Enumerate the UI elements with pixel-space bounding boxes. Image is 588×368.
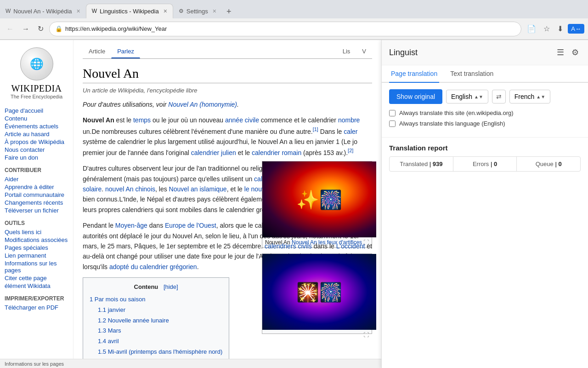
sidebar-link-apropos[interactable]: À propos de Wikipédia	[5, 138, 68, 146]
sidebar-link-informations[interactable]: Informations sur les pages	[5, 259, 68, 274]
link-temps[interactable]: temps	[133, 116, 151, 124]
link-adopte[interactable]: adopté du calendrier grégorien	[109, 263, 197, 270]
link-cal-civils[interactable]: calendriers civils	[265, 242, 312, 250]
tab-close-2[interactable]: ×	[164, 7, 167, 15]
wiki-title: WIKIPEDIA	[11, 83, 62, 94]
sidebar-link-citer[interactable]: Citer cette page	[5, 274, 68, 282]
sidebar-link-lien-permanent[interactable]: Lien permanent	[5, 252, 68, 259]
sidebar-link-evenements[interactable]: Événements actuels	[5, 122, 68, 130]
sidebar-link-televerser[interactable]: Téléverser un fichier	[5, 207, 68, 214]
toc-link-1-4[interactable]: 1.4 avril	[98, 338, 119, 345]
sidebar-link-modifications[interactable]: Modifications associées	[5, 236, 68, 244]
checkbox-row-1: Always translate this site (en.wikipedia…	[389, 109, 581, 116]
linguist-doc-icon[interactable]: ☰	[555, 46, 566, 59]
wiki-globe-icon: 🌐	[20, 47, 53, 80]
tools-section-title: Outils	[5, 220, 68, 226]
toc-item-1-1[interactable]: 1.1 janvier	[98, 305, 222, 315]
link-cal-romain[interactable]: calendrier romain	[252, 149, 301, 156]
address-bar[interactable]: 🔒 https://en.wikipedia.org/wiki/New_Year	[49, 22, 521, 36]
sidebar-link-quels-liens[interactable]: Quels liens ici	[5, 228, 68, 236]
fireworks-visual-1	[262, 161, 376, 237]
sidebar-link-pdf[interactable]: Télécharger en PDF	[5, 304, 68, 311]
stat-errors: Errors | 0	[453, 157, 517, 171]
nav-icons: 📄 ☆ ⬇ A↔	[524, 23, 584, 35]
wiki-article-tabs: Article Parlez Lis V	[83, 40, 372, 59]
wiki-logo: 🌐 WIKIPEDIA The Free Encyclopedia	[5, 47, 68, 99]
link-an-chinois[interactable]: nouvel An chinois	[105, 185, 155, 193]
linguist-tab-page[interactable]: Page translation	[389, 65, 439, 83]
source-lang-select[interactable]: English ▲▼	[446, 90, 488, 104]
toc-item-1-3[interactable]: 1.3 Mars	[98, 326, 222, 336]
sidebar-link-pages-speciales[interactable]: Pages spéciales	[5, 244, 68, 252]
target-lang-text: French	[514, 93, 535, 100]
link-caler[interactable]: caler	[344, 127, 357, 135]
tab-v[interactable]: V	[356, 45, 372, 58]
tab-close-1[interactable]: ×	[77, 7, 80, 15]
sidebar-link-contenu[interactable]: Contenu	[5, 115, 68, 122]
tab-close-3[interactable]: ×	[213, 7, 216, 15]
show-original-button[interactable]: Show original	[389, 89, 442, 104]
italic-note-link[interactable]: Nouvel An (homonymie)	[168, 101, 237, 108]
tab-lis[interactable]: Lis	[337, 45, 356, 58]
tab-favicon-2: W	[92, 8, 97, 14]
toc-hide-btn[interactable]: [hide]	[164, 283, 178, 290]
back-button[interactable]: ←	[4, 23, 17, 35]
link-an-islamique[interactable]: Nouvel an islamique	[169, 185, 227, 193]
link-occident[interactable]: L'occident	[336, 242, 365, 250]
toc-link-1-3[interactable]: 1.3 Mars	[98, 327, 121, 334]
sidebar-link-don[interactable]: Faire un don	[5, 154, 68, 161]
toc-item-1-4[interactable]: 1.4 avril	[98, 337, 222, 346]
toc-item-1[interactable]: 1 Par mois ou saison	[90, 295, 222, 305]
tab-linguistics[interactable]: W Linguistics - Wikipedia ×	[86, 4, 173, 18]
tab-nouvel-an[interactable]: W Nouvel An - Wikipédia ×	[0, 4, 86, 18]
tab-article[interactable]: Article	[83, 45, 111, 58]
link-europe-ouest[interactable]: Europe de l'Ouest	[165, 222, 216, 229]
sidebar-link-changements[interactable]: Changements récents	[5, 199, 68, 207]
link-cal-julien[interactable]: calendrier julien	[191, 149, 236, 156]
linguist-tab-text[interactable]: Text translation	[448, 65, 495, 83]
link-nombre[interactable]: nombre	[338, 116, 360, 124]
new-tab-button[interactable]: +	[222, 5, 236, 18]
article-italic-note: Pour d'autres utilisations, voir Nouvel …	[83, 99, 372, 109]
toc-link-1[interactable]: 1 Par mois ou saison	[90, 296, 145, 303]
always-translate-site-checkbox[interactable]	[389, 110, 396, 116]
source-lang-arrow: ▲▼	[474, 94, 483, 99]
status-text: Informations sur les pages	[5, 361, 64, 367]
tab-settings[interactable]: ⚙ Settings ×	[173, 4, 222, 18]
sidebar-link-accueil[interactable]: Page d'accueil	[5, 107, 68, 115]
toc-link-1-2[interactable]: 1.2 Nouvelle année lunaire	[98, 317, 169, 324]
toc-item-1-2[interactable]: 1.2 Nouvelle année lunaire	[98, 316, 222, 326]
linguist-settings-icon[interactable]: ⚙	[570, 46, 581, 59]
toc-link-1-1[interactable]: 1.1 janvier	[98, 306, 125, 313]
tab-favicon-3: ⚙	[179, 8, 184, 14]
sidebar-link-hasard[interactable]: Article au hasard	[5, 130, 68, 138]
sidebar-link-apprendre[interactable]: Apprendre à éditer	[5, 183, 68, 191]
target-lang-select[interactable]: French ▲▼	[509, 90, 550, 104]
sidebar-link-portail[interactable]: Portail communautaire	[5, 191, 68, 199]
sidebar-link-contacter[interactable]: Nous contacter	[5, 146, 68, 154]
reader-mode-icon[interactable]: 📄	[524, 23, 539, 35]
fireworks-visual-2	[262, 254, 376, 330]
sidebar-link-aider[interactable]: Aider	[5, 175, 68, 183]
translate-icon[interactable]: A↔	[568, 24, 584, 34]
expand-icon-2[interactable]: ⛶	[363, 332, 369, 338]
bookmark-icon[interactable]: ☆	[541, 23, 553, 35]
always-translate-lang-checkbox[interactable]	[389, 121, 396, 127]
toc-item-1-5[interactable]: 1.5 Mi-avril (printemps dans l'hémisphèr…	[98, 347, 222, 357]
tab-parlez[interactable]: Parlez	[111, 45, 140, 58]
swap-languages-button[interactable]: ⇄	[492, 90, 506, 104]
target-lang-arrow: ▲▼	[536, 94, 545, 99]
link-annee-civile[interactable]: année civile	[225, 116, 259, 124]
refresh-button[interactable]: ↻	[35, 23, 46, 35]
stat-errors-label: Errors	[473, 161, 489, 167]
globe-decoration: 🌐	[30, 58, 44, 70]
forward-button[interactable]: →	[19, 23, 32, 35]
download-icon[interactable]: ⬇	[554, 23, 566, 35]
wiki-subtitle: The Free Encyclopedia	[11, 94, 62, 99]
toc-link-1-5[interactable]: 1.5 Mi-avril (printemps dans l'hémisphèr…	[98, 348, 222, 355]
stat-queue-label: Queue	[536, 161, 554, 167]
link-moyen-age[interactable]: Moyen-âge	[115, 222, 147, 229]
tab-label-2: Linguistics - Wikipedia	[100, 8, 159, 15]
fireworks-image-1	[262, 161, 376, 237]
sidebar-link-wikidata[interactable]: élément Wikidata	[5, 282, 68, 290]
